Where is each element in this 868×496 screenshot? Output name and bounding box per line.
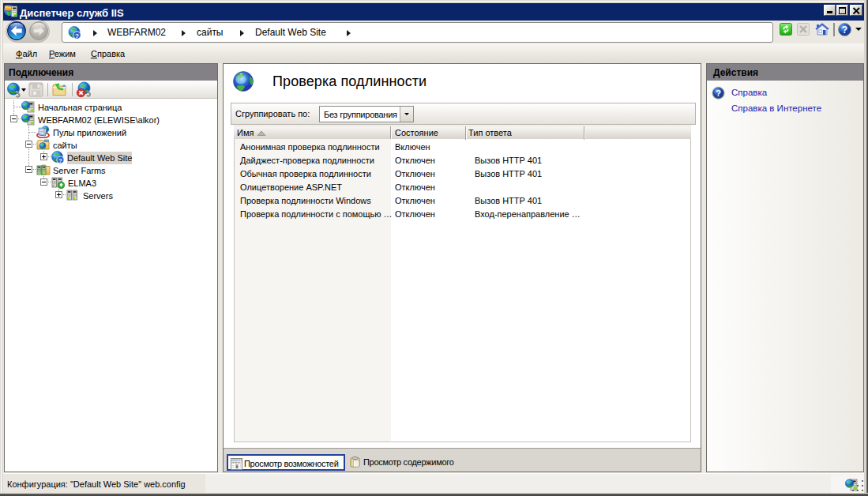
svg-text:?: ?	[716, 88, 721, 98]
svg-text:?: ?	[842, 24, 847, 36]
svg-text:?: ?	[75, 32, 79, 39]
svg-text:?: ?	[58, 157, 62, 163]
